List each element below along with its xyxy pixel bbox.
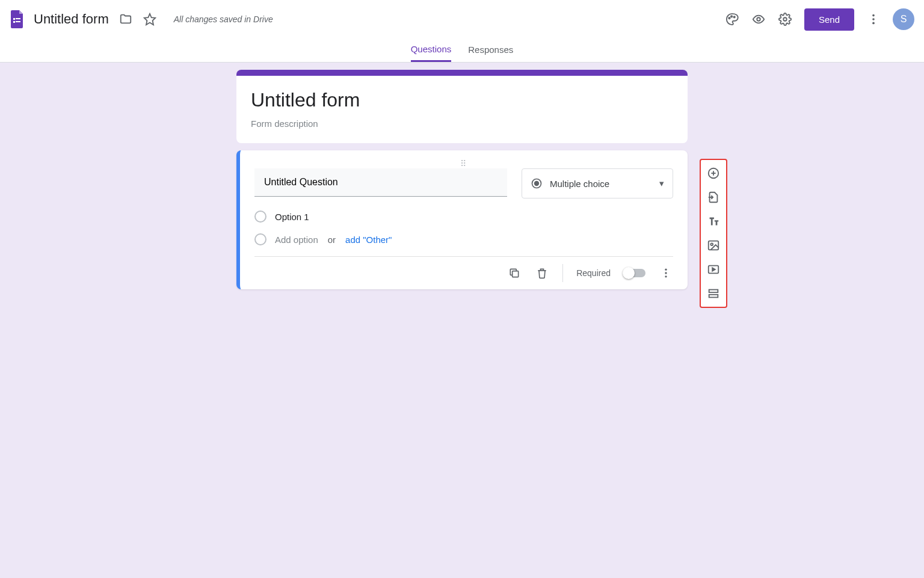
tab-bar: Questions Responses bbox=[0, 38, 924, 63]
separator bbox=[562, 264, 563, 282]
caret-down-icon: ▾ bbox=[659, 178, 664, 189]
svg-point-12 bbox=[872, 22, 875, 25]
question-type-label: Multiple choice bbox=[550, 179, 609, 189]
more-menu-icon[interactable] bbox=[866, 12, 881, 26]
add-option-row: Add option or add "Other" bbox=[254, 233, 673, 245]
option-label[interactable]: Option 1 bbox=[275, 212, 309, 222]
svg-rect-1 bbox=[16, 18, 20, 19]
app-header: Untitled form All changes saved in Drive… bbox=[0, 0, 924, 38]
form-title-input[interactable]: Untitled form bbox=[251, 89, 673, 111]
radio-icon bbox=[254, 233, 266, 245]
question-type-select[interactable]: Multiple choice ▾ bbox=[522, 168, 673, 198]
add-option-link[interactable]: Add option bbox=[275, 235, 318, 245]
header-right: Send S bbox=[725, 8, 914, 31]
send-button[interactable]: Send bbox=[804, 8, 854, 31]
options-area: Option 1 Add option or add "Other" bbox=[254, 211, 673, 245]
svg-point-17 bbox=[665, 272, 667, 274]
svg-point-10 bbox=[872, 14, 875, 17]
svg-marker-25 bbox=[712, 268, 715, 271]
svg-point-23 bbox=[710, 243, 713, 245]
delete-icon[interactable] bbox=[535, 266, 549, 280]
or-text: or bbox=[328, 235, 336, 245]
radio-icon bbox=[254, 211, 266, 223]
form-header-card[interactable]: Untitled form Form description bbox=[236, 70, 688, 143]
required-toggle[interactable] bbox=[624, 269, 645, 277]
svg-point-11 bbox=[872, 18, 875, 20]
star-icon[interactable] bbox=[143, 12, 157, 26]
svg-point-18 bbox=[665, 275, 667, 277]
svg-marker-4 bbox=[144, 14, 155, 25]
question-card[interactable]: ⠿ Multiple choice ▾ Option 1 Add option … bbox=[236, 150, 688, 289]
add-section-icon[interactable] bbox=[706, 286, 721, 301]
question-footer: Required bbox=[254, 256, 673, 282]
svg-rect-0 bbox=[13, 18, 15, 20]
svg-rect-3 bbox=[16, 21, 20, 22]
settings-icon[interactable] bbox=[778, 12, 792, 26]
add-title-icon[interactable] bbox=[706, 214, 721, 229]
add-question-icon[interactable] bbox=[706, 166, 721, 180]
add-image-icon[interactable] bbox=[706, 238, 721, 253]
tab-responses[interactable]: Responses bbox=[468, 38, 513, 62]
save-status: All changes saved in Drive bbox=[174, 14, 273, 24]
required-label: Required bbox=[576, 268, 611, 278]
svg-point-5 bbox=[728, 17, 730, 19]
account-avatar[interactable]: S bbox=[893, 8, 914, 30]
option-row[interactable]: Option 1 bbox=[254, 211, 673, 223]
form-description-input[interactable]: Form description bbox=[251, 118, 673, 129]
add-video-icon[interactable] bbox=[706, 262, 721, 277]
header-left: Untitled form All changes saved in Drive bbox=[10, 11, 725, 28]
duplicate-icon[interactable] bbox=[507, 266, 522, 280]
add-other-link[interactable]: add "Other" bbox=[345, 235, 392, 245]
palette-icon[interactable] bbox=[725, 12, 739, 26]
svg-point-8 bbox=[757, 17, 760, 21]
question-header-row: Multiple choice ▾ bbox=[254, 168, 673, 198]
svg-point-14 bbox=[534, 181, 539, 186]
question-more-icon[interactable] bbox=[659, 266, 673, 280]
tab-questions[interactable]: Questions bbox=[411, 38, 452, 62]
document-title[interactable]: Untitled form bbox=[34, 11, 109, 27]
svg-point-9 bbox=[783, 17, 787, 21]
move-to-folder-icon[interactable] bbox=[119, 12, 133, 26]
svg-rect-26 bbox=[709, 290, 718, 293]
editor-canvas: Untitled form Form description ⠿ Multipl… bbox=[0, 63, 924, 578]
svg-point-7 bbox=[733, 16, 735, 17]
svg-rect-2 bbox=[13, 21, 15, 23]
drag-handle-icon[interactable]: ⠿ bbox=[254, 159, 673, 166]
import-questions-icon[interactable] bbox=[706, 190, 721, 204]
svg-rect-27 bbox=[709, 295, 718, 298]
svg-point-6 bbox=[731, 16, 732, 17]
radio-icon bbox=[531, 177, 543, 189]
preview-icon[interactable] bbox=[751, 12, 766, 26]
svg-rect-15 bbox=[513, 271, 519, 277]
svg-point-16 bbox=[665, 269, 667, 271]
forms-logo-icon[interactable] bbox=[10, 11, 24, 28]
floating-toolbar bbox=[700, 159, 727, 308]
question-title-input[interactable] bbox=[254, 168, 507, 197]
